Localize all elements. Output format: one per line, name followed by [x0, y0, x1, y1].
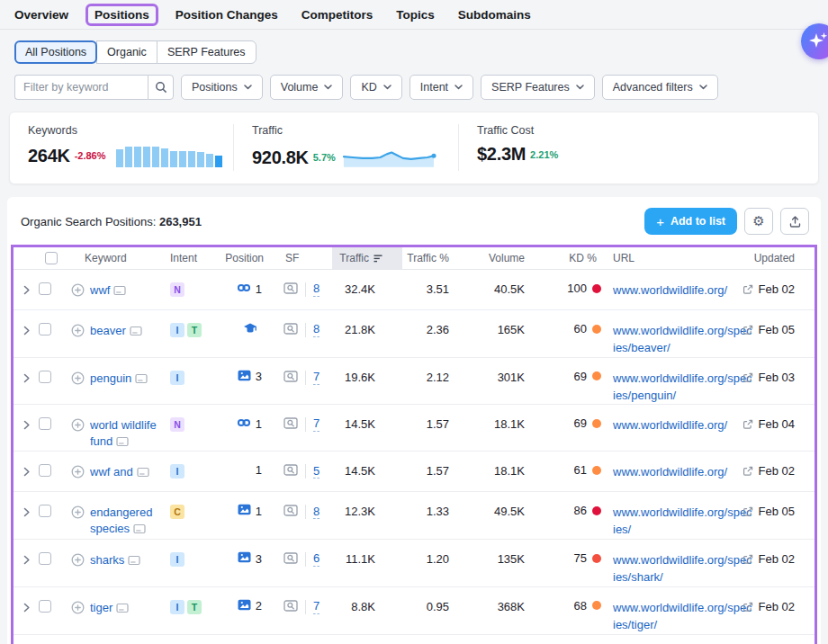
- filter-dropdown-intent[interactable]: Intent: [410, 75, 473, 100]
- keyword-link[interactable]: penguin: [90, 371, 131, 385]
- row-expand-button[interactable]: [14, 405, 39, 433]
- ai-assistant-button[interactable]: [801, 23, 828, 59]
- external-link-icon[interactable]: [742, 554, 753, 568]
- serp-snapshot-icon[interactable]: [116, 603, 129, 616]
- row-expand-button[interactable]: [14, 540, 39, 568]
- keyword-link[interactable]: wwf: [90, 283, 110, 297]
- row-checkbox[interactable]: [39, 464, 51, 477]
- keyword-link[interactable]: wwf and: [90, 465, 133, 479]
- sf-count-link[interactable]: 8: [313, 323, 320, 337]
- serp-preview-icon[interactable]: [284, 599, 298, 615]
- serp-snapshot-icon[interactable]: [133, 523, 146, 537]
- sf-count-link[interactable]: 8: [313, 282, 320, 297]
- table-settings-button[interactable]: ⚙: [744, 208, 773, 235]
- sf-count-link[interactable]: 7: [313, 600, 320, 614]
- nav-item-competitors[interactable]: Competitors: [302, 8, 374, 22]
- row-expand-button[interactable]: [14, 452, 39, 479]
- col-kd[interactable]: KD %: [546, 247, 606, 269]
- keyword-filter-input[interactable]: [14, 75, 148, 100]
- filter-dropdown-volume[interactable]: Volume: [270, 75, 344, 100]
- tab-serp-features[interactable]: SERP Features: [157, 40, 256, 64]
- sf-count-link[interactable]: 6: [313, 552, 320, 567]
- nav-item-position-changes[interactable]: Position Changes: [176, 8, 278, 22]
- row-checkbox[interactable]: [39, 417, 51, 430]
- serp-snapshot-icon[interactable]: [113, 285, 126, 299]
- nav-item-subdomains[interactable]: Subdomains: [458, 8, 531, 22]
- serp-preview-icon[interactable]: [284, 551, 298, 568]
- filter-dropdown-serp-features[interactable]: SERP Features: [481, 75, 595, 100]
- url-link[interactable]: www.worldwildlife.org/species/tiger/: [613, 601, 752, 631]
- row-checkbox[interactable]: [39, 600, 51, 613]
- keyword-link[interactable]: beaver: [90, 324, 126, 337]
- add-keyword-icon[interactable]: [71, 553, 85, 571]
- nav-item-positions[interactable]: Positions: [86, 4, 158, 26]
- filter-dropdown-kd[interactable]: KD: [350, 75, 401, 100]
- row-checkbox[interactable]: [39, 323, 51, 335]
- add-keyword-icon[interactable]: [71, 465, 85, 483]
- external-link-icon[interactable]: [742, 466, 753, 479]
- col-keyword[interactable]: Keyword: [62, 247, 163, 269]
- external-link-icon[interactable]: [742, 602, 753, 615]
- col-url[interactable]: URL: [606, 247, 753, 269]
- serp-snapshot-icon[interactable]: [130, 326, 142, 339]
- nav-item-overview[interactable]: Overview: [14, 8, 68, 22]
- serp-preview-icon[interactable]: [284, 504, 298, 520]
- row-expand-button[interactable]: [14, 635, 39, 644]
- add-keyword-icon[interactable]: [71, 505, 85, 538]
- select-all-checkbox[interactable]: [45, 252, 58, 264]
- add-to-list-button[interactable]: + Add to list: [644, 208, 737, 235]
- external-link-icon[interactable]: [742, 325, 753, 338]
- sf-count-link[interactable]: 8: [313, 505, 320, 520]
- col-position[interactable]: Position: [217, 247, 278, 269]
- serp-preview-icon[interactable]: [284, 416, 298, 433]
- col-volume[interactable]: Volume: [472, 247, 546, 269]
- add-keyword-icon[interactable]: [71, 418, 85, 451]
- url-link[interactable]: www.worldwildlife.org/species/shark/: [613, 553, 752, 584]
- col-intent[interactable]: Intent: [163, 247, 217, 269]
- sf-count-link[interactable]: 5: [313, 465, 320, 479]
- col-traffic-sorted[interactable]: Traffic: [332, 247, 402, 269]
- row-checkbox[interactable]: [39, 505, 51, 517]
- external-link-icon[interactable]: [742, 372, 753, 386]
- keyword-link[interactable]: tiger: [90, 601, 112, 614]
- tab-all-positions[interactable]: All Positions: [14, 40, 97, 64]
- url-link[interactable]: www.worldwildlife.org/: [613, 418, 727, 432]
- row-expand-button[interactable]: [14, 310, 39, 338]
- col-sf[interactable]: SF: [278, 247, 332, 269]
- filter-dropdown-advanced-filters[interactable]: Advanced filters: [602, 75, 718, 100]
- row-expand-button[interactable]: [14, 587, 39, 615]
- add-keyword-icon[interactable]: [71, 371, 85, 389]
- row-checkbox[interactable]: [39, 282, 51, 295]
- url-link[interactable]: www.worldwildlife.org/species/beaver/: [613, 324, 752, 354]
- url-link[interactable]: www.worldwildlife.org/species/penguin/: [613, 371, 752, 402]
- external-link-icon[interactable]: [742, 506, 753, 520]
- add-keyword-icon[interactable]: [71, 324, 85, 342]
- row-expand-button[interactable]: [14, 492, 39, 520]
- row-expand-button[interactable]: [14, 270, 39, 298]
- url-link[interactable]: www.worldwildlife.org/: [613, 283, 727, 297]
- sf-count-link[interactable]: 7: [313, 417, 320, 432]
- add-keyword-icon[interactable]: [71, 601, 85, 619]
- url-link[interactable]: www.worldwildlife.org/: [613, 465, 727, 479]
- export-button[interactable]: [780, 208, 809, 235]
- col-updated[interactable]: Updated: [753, 247, 814, 269]
- row-checkbox[interactable]: [39, 371, 51, 383]
- tab-organic[interactable]: Organic: [96, 40, 158, 64]
- nav-item-topics[interactable]: Topics: [396, 8, 435, 22]
- serp-preview-icon[interactable]: [284, 282, 298, 298]
- serp-snapshot-icon[interactable]: [135, 373, 148, 387]
- filter-dropdown-positions[interactable]: Positions: [181, 75, 263, 100]
- serp-snapshot-icon[interactable]: [128, 555, 140, 568]
- serp-snapshot-icon[interactable]: [137, 467, 149, 480]
- external-link-icon[interactable]: [742, 419, 753, 433]
- col-traffic-pct[interactable]: Traffic %: [402, 247, 472, 269]
- url-link[interactable]: www.worldwildlife.org/species/: [613, 505, 752, 536]
- add-keyword-icon[interactable]: [71, 283, 85, 301]
- serp-preview-icon[interactable]: [284, 370, 298, 386]
- search-button[interactable]: [148, 75, 174, 100]
- external-link-icon[interactable]: [742, 284, 753, 298]
- sf-count-link[interactable]: 7: [313, 371, 320, 385]
- serp-preview-icon[interactable]: [284, 463, 298, 479]
- serp-preview-icon[interactable]: [284, 322, 298, 338]
- row-expand-button[interactable]: [14, 358, 39, 386]
